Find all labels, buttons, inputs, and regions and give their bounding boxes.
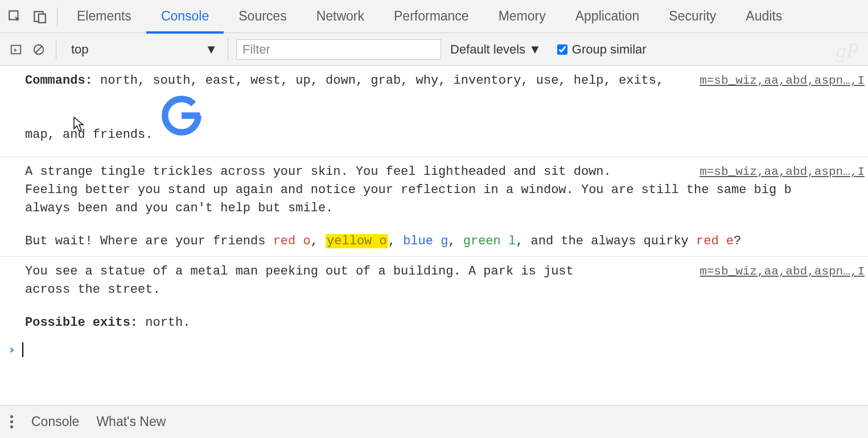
watermark: gP (836, 39, 859, 63)
friends-line: But wait! Where are your friends red o, … (25, 232, 868, 251)
friend-blue-g: blue g (403, 234, 448, 248)
separator (57, 7, 57, 26)
exits-label: Possible exits: (25, 316, 138, 330)
console-prompt[interactable]: › (0, 338, 868, 362)
clear-console-icon[interactable] (28, 37, 49, 62)
tab-performance[interactable]: Performance (379, 0, 484, 33)
source-link[interactable]: m=sb_wiz,aa,abd,aspn…,I (700, 163, 868, 181)
text: Feeling better you stand up again and no… (25, 183, 792, 197)
execution-context-select[interactable]: top ▼ (63, 38, 225, 61)
source-link[interactable]: m=sb_wiz,aa,abd,aspn…,I (700, 72, 868, 90)
svg-line-5 (36, 46, 42, 52)
tab-network[interactable]: Network (302, 0, 379, 33)
drawer-tab-what-s-new[interactable]: What's New (96, 414, 166, 429)
group-similar-checkbox[interactable] (557, 44, 567, 55)
prompt-chevron-icon: › (8, 341, 15, 359)
console-input[interactable] (23, 341, 797, 359)
group-similar-label: Group similar (572, 42, 647, 57)
source-link[interactable]: m=sb_wiz,aa,abd,aspn…,I (700, 263, 868, 281)
svg-rect-6 (182, 112, 200, 118)
log-entry: m=sb_wiz,aa,abd,aspn…,I You see a statue… (0, 257, 868, 338)
commands-label: Commands: (25, 73, 93, 88)
text: , and the always quirky (516, 234, 696, 248)
tab-security[interactable]: Security (654, 0, 731, 33)
device-toolbar-icon[interactable] (27, 4, 52, 29)
chevron-down-icon: ▼ (205, 42, 217, 57)
tab-elements[interactable]: Elements (62, 0, 146, 33)
text: But wait! Where are your friends (25, 234, 273, 248)
tab-audits[interactable]: Audits (731, 0, 797, 33)
log-levels-select[interactable]: Default levels ▼ (443, 42, 548, 57)
levels-label: Default levels (450, 42, 525, 57)
devtools-tabs: ElementsConsoleSourcesNetworkPerformance… (0, 0, 868, 33)
exits-value: north. (138, 316, 190, 330)
tab-console[interactable]: Console (146, 0, 224, 33)
text: A strange tingle trickles across your sk… (25, 165, 611, 179)
drawer-menu-icon[interactable] (6, 411, 18, 433)
exits-line: Possible exits: north. (25, 314, 868, 332)
separator (56, 40, 56, 59)
text: ? (734, 234, 741, 248)
tab-sources[interactable]: Sources (224, 0, 301, 33)
context-value: top (71, 42, 89, 57)
google-g-logo (159, 93, 204, 144)
friend-red-o: red o (273, 234, 311, 248)
text: You see a statue of a metal man peeking … (25, 264, 574, 279)
drawer: ConsoleWhat's New (0, 405, 868, 438)
tab-application[interactable]: Application (561, 0, 655, 33)
log-entry: m=sb_wiz,aa,abd,aspn…,I A strange tingle… (0, 157, 868, 257)
drawer-tabs: ConsoleWhat's New (31, 414, 166, 429)
console-toolbar: top ▼ Default levels ▼ Group similar gP (0, 33, 868, 66)
group-similar-toggle[interactable]: Group similar (550, 42, 653, 57)
inspect-element-icon[interactable] (2, 4, 27, 29)
text: across the street. (25, 283, 161, 297)
tabs-container: ElementsConsoleSourcesNetworkPerformance… (62, 0, 797, 33)
friend-green-l: green l (463, 234, 516, 248)
svg-rect-2 (39, 14, 46, 22)
show-console-sidebar-icon[interactable] (6, 37, 26, 62)
commands-list: north, south, east, west, up, down, grab… (25, 73, 664, 142)
filter-wrap (228, 38, 441, 61)
drawer-tab-console[interactable]: Console (31, 414, 79, 429)
tab-memory[interactable]: Memory (484, 0, 561, 33)
log-entry: m=sb_wiz,aa,abd,aspn…,I Commands: north,… (0, 66, 868, 157)
friend-red-e: red e (696, 234, 734, 248)
console-output: m=sb_wiz,aa,abd,aspn…,I Commands: north,… (0, 66, 868, 362)
chevron-down-icon: ▼ (529, 42, 541, 57)
friend-yellow-o: yellow o (326, 234, 388, 248)
text: always been and you can't help but smile… (25, 201, 333, 215)
filter-input[interactable] (236, 39, 441, 60)
